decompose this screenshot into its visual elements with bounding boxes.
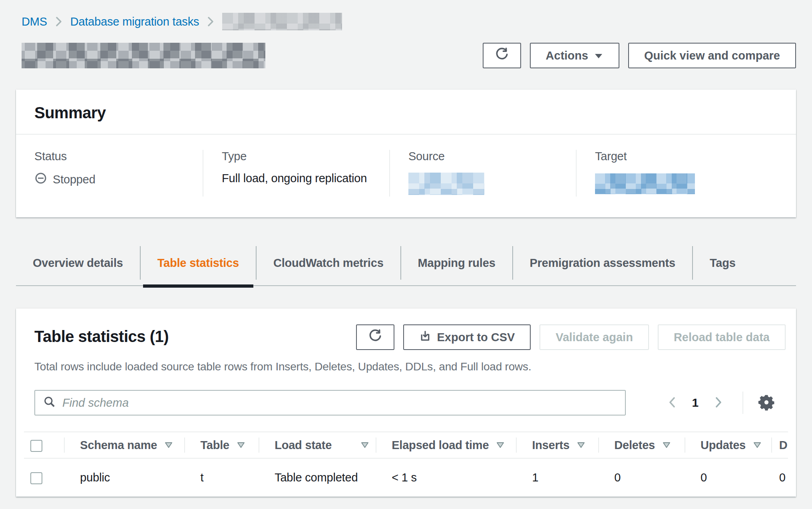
breadcrumb-current-redacted [222,13,342,30]
row-checkbox[interactable] [30,472,42,484]
tab-label: CloudWatch metrics [273,256,384,270]
table-statistics-table: Schema name Table Load state Elapsed loa… [24,431,788,497]
sort-icon [577,441,585,449]
quick-view-compare-button[interactable]: Quick view and compare [628,43,796,68]
schema-search-box [34,390,626,416]
quick-view-compare-label: Quick view and compare [644,49,780,62]
cell-inserts: 1 [516,458,598,497]
tab-overview-details[interactable]: Overview details [16,246,140,280]
column-header-elapsed-load-time[interactable]: Elapsed load time [376,432,516,458]
table-statistics-header: Table statistics (1) Export to CSV Valid… [16,308,796,350]
current-page-number: 1 [692,396,699,410]
cell-ddls-clipped: 0 [771,458,788,497]
reload-table-data-button[interactable]: Reload table data [658,324,786,350]
tab-label: Tags [710,256,736,270]
sort-icon [662,441,671,449]
refresh-icon [368,329,382,346]
cell-updates: 0 [685,458,771,497]
breadcrumb-link-dms[interactable]: DMS [22,15,47,28]
column-label: Schema name [80,439,157,452]
export-to-csv-button[interactable]: Export to CSV [403,324,531,350]
table-refresh-button[interactable] [356,324,394,350]
table-statistics-card: Table statistics (1) Export to CSV Valid… [16,308,796,497]
table-row: public t Table completed < 1 s 1 0 0 0 [24,458,788,497]
breadcrumb: DMS Database migration tasks [16,12,796,31]
validate-again-label: Validate again [555,331,633,344]
refresh-button[interactable] [483,43,521,68]
chevron-right-icon [54,16,63,28]
filter-row: 1 [16,373,796,416]
chevron-left-icon [667,396,678,410]
target-endpoint-link-redacted[interactable] [595,173,695,194]
summary-col-source: Source [389,150,576,197]
summary-card-header: Summary [16,89,796,135]
chevron-right-icon [713,396,724,410]
type-value: Full load, ongoing replication [222,172,377,185]
summary-title: Summary [34,104,778,122]
tab-mapping-rules[interactable]: Mapping rules [400,246,512,280]
tab-premigration-assessments[interactable]: Premigration assessments [512,246,692,280]
type-label: Type [222,150,377,163]
next-page-button[interactable] [709,392,728,414]
previous-page-button[interactable] [663,392,682,414]
column-header-table[interactable]: Table [184,432,259,458]
find-schema-input[interactable] [62,396,617,410]
column-header-ddls-clipped[interactable]: D [771,432,788,458]
column-header-updates[interactable]: Updates [685,432,771,458]
source-endpoint-link-redacted[interactable] [408,173,484,195]
column-label: Elapsed load time [392,439,489,452]
sort-icon [360,441,369,449]
column-label: Deletes [614,439,655,452]
table-header-row: Schema name Table Load state Elapsed loa… [24,432,788,458]
select-all-checkbox[interactable] [30,440,42,452]
tab-tags[interactable]: Tags [692,246,752,280]
tab-table-statistics[interactable]: Table statistics [140,246,256,280]
tab-label: Table statistics [157,256,239,270]
chevron-right-icon [206,16,215,28]
column-header-load-state[interactable]: Load state [259,432,376,458]
pagination-divider [742,392,743,414]
column-label: Table [200,439,229,452]
dms-task-page: DMS Database migration tasks Actions [0,0,812,497]
title-row: Actions Quick view and compare [16,42,796,70]
tab-label: Premigration assessments [530,256,675,270]
summary-grid: Status Stopped Type Full load, ongoing r… [16,135,796,217]
breadcrumb-link-tasks[interactable]: Database migration tasks [70,15,199,28]
summary-col-status: Status Stopped [16,150,203,197]
summary-col-target: Target [576,150,796,197]
column-header-inserts[interactable]: Inserts [516,432,598,458]
actions-button[interactable]: Actions [530,43,619,68]
column-header-deletes[interactable]: Deletes [598,432,685,458]
status-text: Stopped [53,173,96,186]
sort-icon [753,441,762,449]
validate-again-button[interactable]: Validate again [539,324,649,350]
source-label: Source [408,150,564,163]
pagination: 1 [663,391,786,415]
status-label: Status [34,150,191,163]
cell-load-state: Table completed [259,458,376,497]
column-label: Load state [275,439,332,452]
search-icon [43,396,56,410]
table-statistics-title: Table statistics (1) [34,324,169,346]
tab-bar: Overview details Table statistics CloudW… [16,246,796,286]
cell-elapsed-load-time: < 1 s [376,458,516,497]
tab-cloudwatch-metrics[interactable]: CloudWatch metrics [256,246,400,280]
sort-icon [496,441,505,449]
summary-col-type: Type Full load, ongoing replication [203,150,389,197]
cell-table: t [184,458,259,497]
gear-icon [758,394,775,412]
title-actions: Actions Quick view and compare [483,43,796,68]
export-to-csv-label: Export to CSV [437,331,515,344]
caret-down-icon [594,49,603,62]
table-statistics-buttons: Export to CSV Validate again Reload tabl… [356,324,786,350]
table-statistics-description: Total rows include loaded source table r… [16,350,796,373]
column-header-schema-name[interactable]: Schema name [64,432,184,458]
column-label: Inserts [532,439,569,452]
cell-schema-name: public [64,458,184,497]
page-title-redacted [22,43,265,68]
cell-deletes: 0 [598,458,685,497]
sort-icon [164,441,173,449]
table-preferences-button[interactable] [755,391,778,415]
stopped-status-icon [34,172,47,187]
download-icon [419,330,431,345]
